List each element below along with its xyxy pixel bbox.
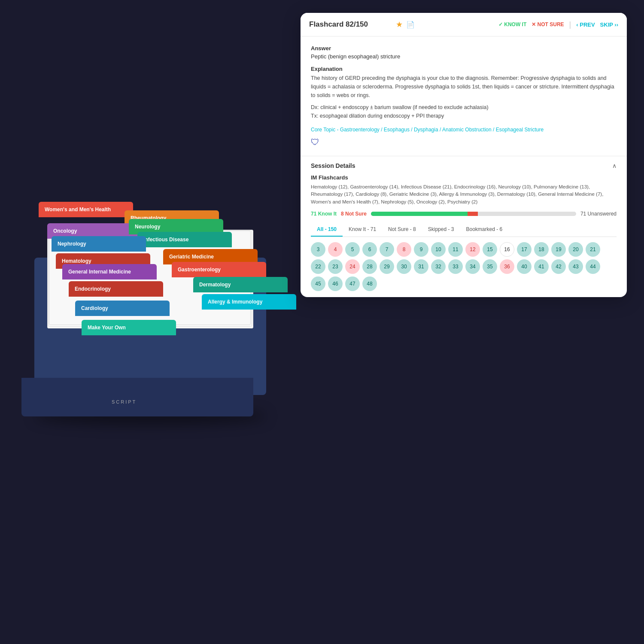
number-cell-12[interactable]: 12	[465, 242, 480, 257]
number-cell-33[interactable]: 33	[448, 259, 463, 274]
star-icon[interactable]: ★	[396, 20, 403, 29]
number-cell-31[interactable]: 31	[414, 259, 428, 274]
number-cell-7[interactable]: 7	[380, 242, 394, 257]
number-cell-35[interactable]: 35	[483, 259, 497, 274]
unanswered-count: 71 Unanswered	[580, 211, 617, 217]
card-box-illustration: Women's and Men's HealthRheumatologyOnco…	[9, 150, 318, 451]
im-flashcards-desc: Hematology (12), Gastroenterology (14), …	[311, 183, 617, 206]
card-tab-women's-and-men's-health[interactable]: Women's and Men's Health	[39, 202, 133, 217]
tab-skipped---3[interactable]: Skipped - 3	[422, 223, 460, 237]
box-front	[21, 378, 253, 416]
panel-header: Flashcard 82/150 ★ 📄 ✓ KNOW IT ✕ NOT SUR…	[301, 13, 627, 36]
number-cell-32[interactable]: 32	[431, 259, 446, 274]
number-cell-9[interactable]: 9	[414, 242, 428, 257]
im-flashcards-title: IM Flashcards	[311, 174, 617, 181]
tab-cards-area: Women's and Men's HealthRheumatologyOnco…	[39, 197, 262, 335]
number-cell-48[interactable]: 48	[362, 276, 377, 291]
number-cell-30[interactable]: 30	[397, 259, 411, 274]
collapse-icon[interactable]: ∧	[612, 162, 617, 169]
number-cell-11[interactable]: 11	[448, 242, 463, 257]
card-tab-make-your-own[interactable]: Make Your Own	[82, 320, 176, 335]
tab-know-it---71[interactable]: Know It - 71	[343, 223, 382, 237]
explanation-text: The history of GERD preceding the dyspha…	[311, 74, 617, 100]
number-cell-19[interactable]: 19	[551, 242, 566, 257]
session-details-header: Session Details ∧	[311, 162, 617, 169]
tab-all---150[interactable]: All - 150	[311, 223, 343, 237]
tab-bookmarked---6[interactable]: Bookmarked - 6	[460, 223, 508, 237]
card-tab-nephrology[interactable]: Nephrology	[52, 236, 146, 252]
not-sure-count: 8 Not Sure	[341, 211, 367, 217]
number-cell-5[interactable]: 5	[345, 242, 360, 257]
number-cell-20[interactable]: 20	[568, 242, 583, 257]
card-tab-general-internal-medicine[interactable]: General Internal Medicine	[62, 264, 157, 279]
number-cell-42[interactable]: 42	[551, 259, 566, 274]
number-cell-40[interactable]: 40	[517, 259, 532, 274]
number-cell-29[interactable]: 29	[380, 259, 394, 274]
number-cell-45[interactable]: 45	[311, 276, 325, 291]
answer-text: Peptic (benign esophageal) stricture	[311, 53, 617, 60]
number-cell-4[interactable]: 4	[328, 242, 343, 257]
not-sure-button[interactable]: ✕ NOT SURE	[532, 21, 564, 27]
card-tab-allergy-&-immunology[interactable]: Allergy & Immunology	[202, 294, 296, 310]
number-cell-8[interactable]: 8	[397, 242, 411, 257]
card-tab-dermatology[interactable]: Dermatology	[193, 277, 288, 292]
shield-icon: 🛡	[311, 137, 617, 147]
number-cell-15[interactable]: 15	[483, 242, 497, 257]
number-cell-16[interactable]: 16	[500, 242, 514, 257]
number-cell-44[interactable]: 44	[586, 259, 600, 274]
number-cell-21[interactable]: 21	[586, 242, 600, 257]
number-cell-10[interactable]: 10	[431, 242, 446, 257]
number-cell-23[interactable]: 23	[328, 259, 343, 274]
number-cell-3[interactable]: 3	[311, 242, 325, 257]
flashcard-panel: Flashcard 82/150 ★ 📄 ✓ KNOW IT ✕ NOT SUR…	[301, 13, 627, 297]
header-actions: ✓ KNOW IT ✕ NOT SURE | ‹ PREV SKIP ››	[498, 20, 618, 29]
number-cell-46[interactable]: 46	[328, 276, 343, 291]
number-grid: 3456789101112151617181920212223242829303…	[311, 242, 617, 291]
know-it-button[interactable]: ✓ KNOW IT	[498, 21, 526, 27]
nav-divider: |	[569, 20, 571, 29]
number-cell-6[interactable]: 6	[362, 242, 377, 257]
answer-label: Answer	[311, 45, 617, 52]
number-cell-17[interactable]: 17	[517, 242, 532, 257]
number-cell-22[interactable]: 22	[311, 259, 325, 274]
number-cell-47[interactable]: 47	[345, 276, 360, 291]
dx-tx-text: Dx: clinical + endoscopy ± barium swallo…	[311, 103, 617, 120]
box-label: SCRIPT	[112, 399, 137, 404]
breadcrumb-link[interactable]: Core Topic - Gastroenterology / Esophagu…	[311, 127, 544, 133]
number-cell-24[interactable]: 24	[345, 259, 360, 274]
skip-button[interactable]: SKIP ››	[600, 21, 618, 28]
tab-not-sure---8[interactable]: Not Sure - 8	[382, 223, 422, 237]
progress-row: 71 Know It 8 Not Sure 71 Unanswered	[311, 211, 617, 217]
panel-body: Answer Peptic (benign esophageal) strict…	[301, 36, 627, 156]
session-details-section: Session Details ∧ IM Flashcards Hematolo…	[301, 156, 627, 297]
tabs-row: All - 150Know It - 71Not Sure - 8Skipped…	[311, 223, 617, 237]
card-tab-cardiology[interactable]: Cardiology	[75, 301, 170, 316]
doc-icon[interactable]: 📄	[406, 21, 415, 29]
session-details-title: Session Details	[311, 162, 355, 169]
know-it-count: 71 Know It	[311, 211, 337, 217]
answer-section: Answer Peptic (benign esophageal) strict…	[311, 45, 617, 60]
flashcard-title: Flashcard 82/150	[309, 20, 392, 29]
number-cell-34[interactable]: 34	[465, 259, 480, 274]
number-cell-28[interactable]: 28	[362, 259, 377, 274]
number-cell-36[interactable]: 36	[500, 259, 514, 274]
progress-bar-red	[468, 212, 478, 216]
card-tab-gastroenterology[interactable]: Gastroenterology	[172, 262, 266, 277]
card-tab-infectious-disease[interactable]: Infectious Disease	[137, 232, 232, 247]
number-cell-18[interactable]: 18	[534, 242, 549, 257]
number-cell-41[interactable]: 41	[534, 259, 549, 274]
progress-bar-green	[371, 212, 468, 216]
explanation-label: Explanation	[311, 66, 617, 72]
progress-bar	[371, 212, 576, 216]
card-tab-endocrinology[interactable]: Endocrinology	[69, 281, 163, 297]
prev-button[interactable]: ‹ PREV	[576, 21, 595, 28]
number-cell-43[interactable]: 43	[568, 259, 583, 274]
